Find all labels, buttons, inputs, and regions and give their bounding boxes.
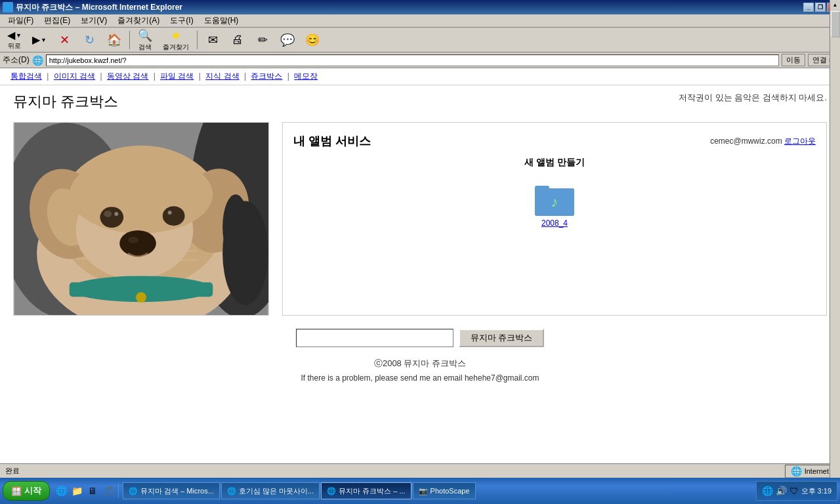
scroll-thumb[interactable] (831, 11, 840, 37)
mail-icon: ✉ (208, 33, 218, 47)
ie-icon: 🌐 (3, 2, 13, 12)
menu-edit[interactable]: 편집(E) (39, 14, 75, 28)
messenger-icon: 😊 (305, 33, 320, 47)
menu-help[interactable]: 도움말(H) (199, 14, 244, 28)
home-button[interactable]: 🏠 (102, 31, 126, 49)
back-button[interactable]: ◀ ▼ 뒤로 (3, 27, 26, 52)
logout-link[interactable]: 로그아웃 (784, 136, 816, 146)
back-arrow-icon: ◀ (7, 29, 15, 41)
menu-file[interactable]: 파일(F) (3, 14, 39, 28)
home-icon: 🏠 (107, 33, 121, 47)
svg-point-9 (70, 156, 213, 234)
menu-view[interactable]: 보기(V) (75, 14, 112, 28)
back-dropdown-icon: ▼ (16, 32, 22, 39)
address-globe-icon: 🌐 (32, 55, 43, 66)
refresh-icon: ↻ (85, 33, 94, 47)
mail-button[interactable]: ✉ (201, 31, 224, 49)
search-label: 검색 (138, 43, 152, 52)
svg-point-12 (104, 211, 112, 217)
edit-icon: ✏ (258, 33, 268, 47)
nav-video-search[interactable]: 동영상 검색 (107, 72, 148, 81)
search-bar: 뮤지마 쥬크박스 (13, 329, 827, 347)
go-label: 이동 (786, 56, 801, 64)
copyright-notice: 저작권이 있는 음악은 검색하지 마세요. (679, 92, 827, 104)
svg-text:♪: ♪ (551, 194, 558, 210)
nav-links-bar: 통합검색 | 이미지 검색 | 동영상 검색 | 파일 검색 | 지식 검색 |… (0, 68, 840, 85)
forward-arrow-icon: ▶ (32, 33, 40, 46)
album-item[interactable]: ♪ 2008_4 (293, 182, 816, 228)
print-button[interactable]: 🖨 (226, 31, 249, 49)
svg-point-13 (114, 212, 118, 216)
page-title: 뮤지마 쥬크박스 (13, 92, 118, 112)
toolbar: ◀ ▼ 뒤로 ▶ ▼ ✕ ↻ 🏠 🔍 검색 ★ 즐겨찾기 ✉ 🖨 ✏ 💬 😊 (0, 28, 840, 52)
forward-button[interactable]: ▶ ▼ (28, 32, 51, 48)
dog-image-container (13, 122, 269, 316)
nav-jukebox[interactable]: 쥬크박스 (251, 72, 282, 81)
user-email: cemec@mwwiz.com (710, 136, 782, 146)
favorites-icon: ★ (171, 28, 181, 43)
favorites-label: 즐겨찾기 (163, 43, 189, 52)
album-service-header: 내 앨범 서비스 cemec@mwwiz.com 로그아웃 (293, 133, 816, 149)
favorites-button[interactable]: ★ 즐겨찾기 (158, 26, 194, 54)
svg-point-16 (128, 237, 138, 243)
footer: ⓒ2008 뮤지마 쥬크박스 If there is a problem, pl… (13, 358, 827, 383)
address-input[interactable] (46, 54, 779, 66)
address-bar: 주소(D) 🌐 이동 연결 » (0, 52, 840, 68)
forward-dropdown-icon: ▼ (41, 37, 47, 43)
footer-copyright: ⓒ2008 뮤지마 쥬크박스 (13, 358, 827, 369)
search-icon: 🔍 (138, 28, 152, 43)
menu-bar: 파일(F) 편집(E) 보기(V) 즐겨찾기(A) 도구(I) 도움말(H) (0, 14, 840, 28)
svg-point-19 (136, 292, 146, 303)
edit-button[interactable]: ✏ (251, 31, 274, 49)
nav-image-search[interactable]: 이미지 검색 (54, 72, 95, 81)
titlebar: 🌐 뮤지마 쥬크박스 – Microsoft Internet Explorer… (0, 0, 840, 14)
album-service-title: 내 앨범 서비스 (293, 133, 371, 149)
refresh-button[interactable]: ↻ (77, 31, 101, 49)
nav-integrated-search[interactable]: 통합검색 (10, 72, 42, 81)
svg-point-11 (163, 206, 185, 226)
search-button[interactable]: 🔍 검색 (133, 26, 157, 54)
search-submit-button[interactable]: 뮤지마 쥬크박스 (459, 329, 545, 347)
discuss-icon: 💬 (280, 33, 295, 47)
toolbar-separator-1 (129, 31, 130, 49)
scroll-up-arrow[interactable]: ▲ (831, 0, 840, 10)
stop-button[interactable]: ✕ (52, 31, 76, 49)
address-label: 주소(D) (3, 54, 30, 66)
svg-point-25 (222, 194, 249, 259)
album-name[interactable]: 2008_4 (541, 219, 568, 228)
album-service-email: cemec@mwwiz.com 로그아웃 (710, 136, 816, 147)
titlebar-title: 🌐 뮤지마 쥬크박스 – Microsoft Internet Explorer (3, 2, 182, 13)
window-title: 뮤지마 쥬크박스 – Microsoft Internet Explorer (16, 2, 182, 13)
album-service-box: 내 앨범 서비스 cemec@mwwiz.com 로그아웃 새 앨범 만들기 (282, 122, 827, 316)
back-label: 뒤로 (8, 41, 21, 51)
scrollbar[interactable]: ▲ (830, 0, 840, 453)
folder-svg: ♪ (535, 182, 574, 216)
go-button[interactable]: 이동 (782, 54, 805, 66)
print-icon: 🖨 (232, 33, 243, 47)
svg-point-14 (168, 211, 172, 215)
content-area: 뮤지마 쥬크박스 저작권이 있는 음악은 검색하지 마세요. (0, 85, 840, 453)
footer-contact: If there is a problem, please send me an… (13, 373, 827, 383)
svg-point-10 (100, 207, 123, 228)
new-album-button[interactable]: 새 앨범 만들기 (293, 157, 816, 169)
restore-button[interactable]: ❐ (815, 3, 826, 12)
page-title-row: 뮤지마 쥬크박스 저작권이 있는 음악은 검색하지 마세요. (13, 92, 827, 112)
toolbar-separator-2 (197, 31, 198, 49)
messenger-button[interactable]: 😊 (301, 31, 324, 49)
main-section: 내 앨범 서비스 cemec@mwwiz.com 로그아웃 새 앨범 만들기 (13, 122, 827, 316)
minimize-button[interactable]: _ (803, 3, 814, 12)
svg-point-15 (119, 230, 156, 257)
dog-image (14, 123, 268, 315)
nav-file-search[interactable]: 파일 검색 (160, 72, 194, 81)
search-input[interactable] (296, 329, 453, 347)
album-folder-icon: ♪ (535, 182, 574, 216)
stop-icon: ✕ (60, 33, 70, 47)
nav-memo[interactable]: 메모장 (294, 72, 318, 81)
nav-knowledge-search[interactable]: 지식 검색 (205, 72, 239, 81)
discuss-button[interactable]: 💬 (276, 31, 299, 49)
